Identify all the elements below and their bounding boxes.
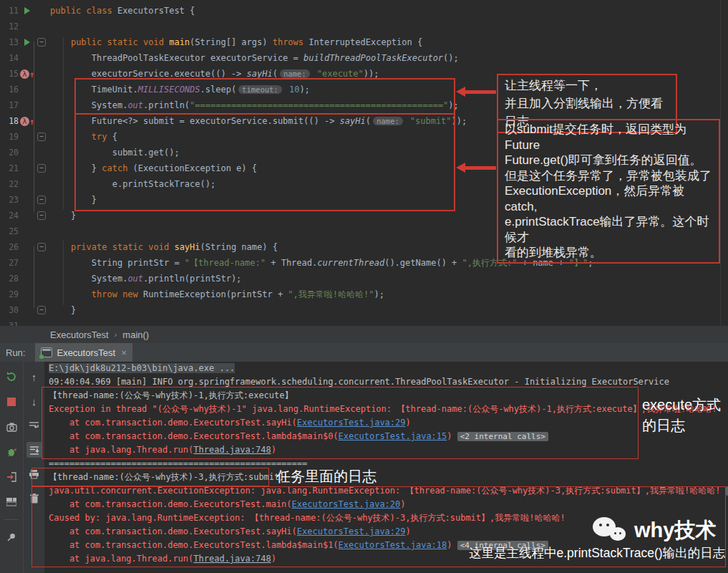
annotation-execute-log: execute方式的日志 [642,395,728,436]
layout-button[interactable] [4,494,19,510]
line-number[interactable]: 18 [0,113,19,129]
line-number[interactable]: 23 [0,192,19,208]
code-line[interactable]: 28 System.out.println(printStr); [0,271,728,286]
arrow-sleep-icon [456,87,496,97]
run-tab[interactable]: ExecutorsTest × [35,343,132,362]
line-number[interactable]: 24 [0,208,19,223]
stacktrace-link[interactable]: ExecutorsTest.java:18 [339,540,447,550]
console-line[interactable]: ========================================… [44,457,728,471]
gutter-space [19,129,36,145]
fold-space [36,66,47,82]
fold-marker[interactable]: − [36,192,47,208]
fold-space [36,318,47,326]
fold-space [36,82,47,97]
code-line[interactable]: 13− public static void main(String[] arg… [0,34,728,50]
fold-marker[interactable]: − [36,34,47,50]
rerun-button[interactable] [4,369,19,385]
console-line[interactable]: at com.transaction.demo.ExecutorsTest.sa… [44,416,728,430]
breadcrumb-class[interactable]: ExecutorsTest [50,329,109,340]
code-line[interactable]: 11public class ExecutorsTest { [0,3,728,19]
console-line[interactable]: +java.util.concurrent.ExecutionException… [44,484,728,498]
console-line[interactable]: + at com.transaction.demo.ExecutorsTest.… [44,430,728,443]
line-number[interactable]: 21 [0,160,19,176]
gutter-space [19,255,36,271]
stacktrace-link[interactable]: ExecutorsTest.java:20 [292,499,401,509]
annotation-task-log: 任务里面的日志 [276,467,377,486]
line-number[interactable]: 14 [0,50,19,66]
line-number[interactable]: 11 [0,3,19,19]
line-number[interactable]: 13 [0,34,19,50]
stacktrace-link[interactable]: ExecutorsTest.java:29 [297,526,406,536]
line-number[interactable]: 17 [0,97,19,113]
code-text: submit.get(); [50,145,180,160]
toolbar-divider [4,519,19,520]
fold-space [36,3,47,19]
coverage-button[interactable] [4,444,19,460]
line-number[interactable]: 25 [0,223,19,239]
console-line[interactable]: Exception in thread "(公众号-why技术)-1" java… [44,403,728,416]
line-number[interactable]: 26 [0,239,19,255]
line-number[interactable]: 28 [0,271,19,286]
breadcrumb: ExecutorsTest › main() [0,326,728,343]
code-text: throw new RuntimeException(printStr + ",… [50,286,384,302]
code-text: } [50,192,97,208]
stacktrace-link[interactable]: Thread.java:748 [193,554,271,564]
prev-trace-button[interactable]: ↑ [26,369,42,385]
line-number[interactable]: 19 [0,129,19,145]
print-button[interactable] [26,466,42,482]
lambda-run-icon[interactable]: λ↑ [19,113,36,129]
clear-all-button[interactable] [26,491,42,506]
code-line[interactable]: 12 [0,19,728,34]
code-text: Future<?> submit = executorService.submi… [50,113,467,129]
stacktrace-link[interactable]: Thread.java:748 [193,445,271,455]
code-line[interactable]: 29 throw new RuntimeException(printStr +… [0,286,728,302]
thread-dump-button[interactable] [4,419,19,435]
soft-wrap-button[interactable] [26,418,42,433]
console-line[interactable]: at com.transaction.demo.ExecutorsTest.ma… [44,498,728,511]
line-number[interactable]: 29 [0,286,19,302]
console-line[interactable]: at java.lang.Thread.run(Thread.java:748) [44,443,728,457]
console-line[interactable]: 【thread-name:(公众号-why技术)-3,执行方式:submit】 [44,471,728,484]
scroll-to-end-button[interactable] [26,442,42,458]
pin-tab-button[interactable] [4,529,19,545]
tab-close-icon[interactable]: × [121,347,127,358]
console-line[interactable]: 09:40:04.969 [main] INFO org.springframe… [44,375,728,389]
gutter-space [19,223,36,239]
code-text: System.out.println("====================… [50,97,459,113]
breadcrumb-method[interactable]: main() [122,329,149,340]
fold-marker[interactable]: − [36,160,47,176]
lambda-run-icon[interactable]: λ↑ [19,66,36,82]
line-number[interactable]: 27 [0,255,19,271]
fold-space [36,223,47,239]
fold-marker[interactable]: − [36,129,47,145]
console-line[interactable]: 【thread-name:(公众号-why技术)-1,执行方式:execute】 [44,389,728,403]
exit-button[interactable] [4,469,19,485]
code-line[interactable]: 30− } [0,302,728,318]
line-number[interactable]: 16 [0,82,19,97]
fold-marker[interactable]: − [36,239,47,255]
line-number[interactable]: 12 [0,19,19,34]
line-number[interactable]: 15 [0,66,19,82]
stacktrace-link[interactable]: ExecutorsTest.java:15 [339,431,447,441]
fold-marker[interactable]: − [36,302,47,318]
breadcrumb-separator-icon: › [115,330,117,339]
line-number[interactable]: 20 [0,145,19,160]
gutter-space [19,208,36,223]
watermark-text: why技术 [634,516,716,545]
run-tab-title: ExecutorsTest [57,347,115,358]
next-trace-button[interactable]: ↓ [26,393,42,409]
console-line[interactable]: E:\jdk\jdk8u212-b03\bin\java.exe ... [44,362,728,375]
run-line-icon[interactable] [19,34,36,50]
line-number[interactable]: 22 [0,176,19,192]
line-number[interactable]: 31 [0,318,19,326]
code-line[interactable]: 31 [0,318,728,326]
console-toolbar: ↑ ↓ [23,362,44,573]
stacktrace-link[interactable]: ExecutorsTest.java:29 [297,418,406,428]
code-text: System.out.println(printStr); [50,271,241,286]
fold-marker[interactable]: − [36,208,47,223]
code-line[interactable]: 14 ThreadPoolTaskExecutor executorServic… [0,50,728,66]
line-number[interactable]: 30 [0,302,19,318]
run-line-icon[interactable] [19,3,36,19]
code-text: private static void sayHi(String name) { [50,239,278,255]
stop-button[interactable] [4,394,19,410]
